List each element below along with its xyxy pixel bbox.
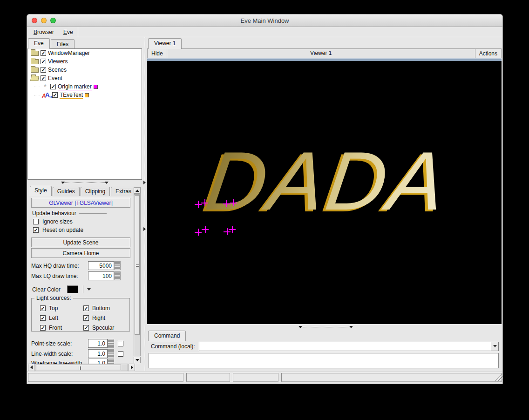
spin-up-icon[interactable] (108, 359, 114, 363)
camera-home-button[interactable]: Camera Home (31, 248, 130, 258)
zoom-window-button[interactable] (50, 18, 56, 23)
viewer-command-splitter[interactable] (147, 324, 502, 330)
close-window-button[interactable] (32, 18, 37, 23)
panel-splitter[interactable] (142, 37, 147, 371)
tree-item-scenes[interactable]: ✓Scenes (28, 66, 142, 74)
scale-extra-checkbox[interactable] (118, 341, 123, 346)
scroll-down-icon[interactable] (134, 357, 141, 363)
tree-item-checkbox[interactable]: ✓ (52, 92, 58, 98)
tree-item-tevetext[interactable]: AAΩ✓TEveText (28, 91, 142, 99)
tree-item-checkbox[interactable]: ✓ (41, 67, 46, 73)
tab-clipping[interactable]: Clipping (81, 187, 110, 196)
spin-down-icon[interactable] (108, 344, 114, 348)
glviewer-button[interactable]: GLViewer [TGLSAViewer] (31, 198, 130, 208)
menu-browser[interactable]: Browser (29, 29, 59, 35)
light-source-specular[interactable]: ✓Specular (83, 325, 127, 331)
origin-marker-cross (223, 200, 230, 207)
spin-down-icon[interactable] (114, 276, 121, 281)
checkbox-left[interactable]: ✓ (40, 315, 46, 321)
style-panel-vertical-scrollbar[interactable] (134, 187, 141, 363)
scale-extra-checkbox[interactable] (118, 351, 123, 357)
tree-item-label[interactable]: TEveText (60, 92, 83, 99)
spin-up-icon[interactable] (114, 261, 121, 266)
tree-item-origin-marker[interactable]: *✓Origin marker (28, 82, 142, 91)
actions-button[interactable]: Actions (475, 49, 501, 58)
light-source-left[interactable]: ✓Left (40, 315, 83, 321)
checkbox-reset-on-update[interactable]: ✓ (33, 227, 39, 233)
tab-style[interactable]: Style (30, 186, 52, 196)
hide-button[interactable]: Hide (148, 49, 167, 58)
scrollbar-thumb[interactable] (36, 365, 121, 370)
minimize-window-button[interactable] (41, 18, 47, 23)
tab-files[interactable]: Files (51, 39, 75, 49)
origin-marker-cross (230, 199, 237, 206)
scroll-left-icon[interactable] (28, 364, 34, 371)
checkbox-ignore-sizes[interactable] (33, 219, 39, 224)
command-output[interactable] (149, 353, 499, 368)
update-scene-button[interactable]: Update Scene (31, 237, 130, 247)
checkbox-top[interactable]: ✓ (40, 305, 46, 311)
splitter-collapse-icon[interactable] (143, 181, 146, 184)
spin-down-icon[interactable] (114, 266, 121, 271)
tree-item-checkbox[interactable]: ✓ (41, 59, 46, 64)
splitter-collapse-icon[interactable] (105, 182, 109, 184)
checkbox-front[interactable]: ✓ (40, 325, 46, 331)
scroll-up-icon[interactable] (134, 187, 141, 194)
combo-dropdown-icon[interactable] (491, 342, 498, 351)
command-input[interactable] (199, 342, 491, 351)
number-entry[interactable]: 5000 (88, 261, 114, 270)
checkbox-specular[interactable]: ✓ (83, 325, 89, 331)
splitter-collapse-icon[interactable] (349, 326, 353, 328)
tree-item-label[interactable]: Origin marker (58, 83, 92, 90)
clear-color-dropdown-icon[interactable] (87, 288, 91, 291)
spin-up-icon[interactable] (108, 349, 114, 354)
tree-style-splitter[interactable] (27, 180, 142, 185)
origin-marker-cross (202, 226, 209, 233)
title-bar[interactable]: Eve Main Window (27, 14, 502, 27)
tree-item-label[interactable]: Viewers (48, 58, 68, 65)
tab-command[interactable]: Command (148, 331, 186, 341)
checkbox-bottom[interactable]: ✓ (83, 305, 89, 311)
light-source-top[interactable]: ✓Top (40, 305, 83, 312)
checkbox-right[interactable]: ✓ (83, 315, 89, 321)
style-panel-horizontal-scrollbar[interactable] (28, 364, 135, 371)
light-source-bottom[interactable]: ✓Bottom (83, 305, 127, 312)
number-entry[interactable]: 100 (88, 271, 114, 280)
number-entry[interactable]: 1.0 (88, 339, 108, 348)
scrollbar-thumb[interactable] (135, 195, 140, 335)
splitter-collapse-icon[interactable] (143, 227, 146, 231)
spin-down-icon[interactable] (108, 354, 114, 359)
gl-viewport[interactable]: DADA DADA (147, 61, 502, 324)
tree-item-viewers[interactable]: ✓Viewers (28, 57, 142, 66)
color-swatch[interactable] (85, 93, 89, 97)
field-label: Max HQ draw time: (31, 263, 88, 269)
number-entry[interactable]: 1.0 (88, 349, 108, 358)
tree-item-checkbox[interactable]: ✓ (41, 50, 46, 56)
tree-item-windowmanager[interactable]: ✓WindowManager (28, 49, 142, 57)
number-entry[interactable]: 1.0 (88, 359, 108, 364)
tree-item-label[interactable]: WindowManager (48, 50, 90, 56)
command-combobox[interactable] (199, 342, 499, 351)
splitter-collapse-icon[interactable] (298, 326, 302, 328)
viewer-title[interactable]: Viewer 1 (167, 49, 475, 58)
light-source-front[interactable]: ✓Front (40, 325, 83, 331)
spin-up-icon[interactable] (108, 339, 114, 344)
spin-up-icon[interactable] (114, 271, 121, 276)
tab-viewer-1[interactable]: Viewer 1 (148, 38, 182, 49)
menu-eve[interactable]: Eve (59, 29, 78, 35)
light-source-right[interactable]: ✓Right (83, 315, 127, 321)
checkbox-label: Front (49, 325, 62, 331)
scroll-right-icon[interactable] (129, 364, 135, 371)
checkbox-label: Right (92, 315, 105, 321)
tree-item-label[interactable]: Scenes (48, 67, 67, 73)
tab-extras[interactable]: Extras (111, 187, 136, 196)
clear-color-swatch[interactable] (67, 285, 78, 293)
status-segment (281, 373, 502, 382)
color-swatch[interactable] (94, 85, 98, 89)
tree-item-label[interactable]: Event (48, 75, 62, 81)
tree-item-checkbox[interactable]: ✓ (50, 84, 56, 89)
tab-eve[interactable]: Eve (28, 38, 50, 49)
tree-item-event[interactable]: ✓Event (28, 74, 142, 82)
tab-guides[interactable]: Guides (53, 187, 80, 196)
tree-item-checkbox[interactable]: ✓ (41, 75, 46, 81)
